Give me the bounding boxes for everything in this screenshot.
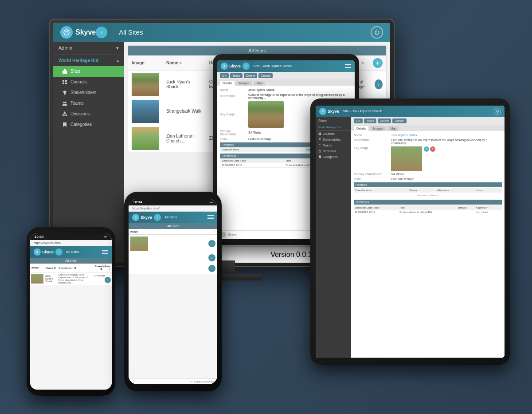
tablet-delete-btn[interactable]: Delete: [244, 73, 257, 78]
row-image-3: [128, 125, 163, 152]
tr-form-name: Name Jack Ryan's Shack: [354, 134, 502, 137]
tablet-right-power[interactable]: ⏻: [494, 108, 501, 115]
tr-sidebar-councils[interactable]: Councils: [316, 131, 351, 137]
col-name[interactable]: Name ⇅: [163, 55, 206, 71]
phone-center: 10:34 ▪▪▪ https://mysites.com/ S Skyve ›…: [124, 192, 222, 391]
sidebar-item-teams[interactable]: Teams: [53, 98, 124, 109]
sidebar-item-decisions[interactable]: Decisions: [53, 109, 124, 119]
app-logo: Skyve: [60, 26, 96, 39]
phone-center-header: S Skyve › All Sites: [129, 212, 217, 223]
tr-dcol-details: Details: [457, 205, 475, 210]
phone-center-logo-icon: S: [132, 214, 139, 221]
tablet-ok-btn[interactable]: OK: [220, 73, 229, 78]
row-image-1: [128, 71, 163, 98]
form-row-name: Name Jack Ryan's Shack: [220, 88, 352, 91]
tr-decisions-header: Decisions: [354, 200, 502, 205]
tr-decisions-label: Decisions: [323, 150, 336, 153]
tr-key-image-label: Key Image: [354, 146, 389, 150]
phone-center-url[interactable]: https://mysites.com/: [129, 205, 217, 212]
name-field-label: Name: [220, 88, 246, 91]
tr-form-stakeholder: Primary Stakeholder SA Water: [354, 173, 502, 176]
phone-left-fwd-btn[interactable]: ›: [55, 248, 63, 256]
tr-sidebar-section: World Heritage Bid: [316, 124, 351, 131]
tablet-right-logo-icon: S: [319, 108, 326, 115]
svg-point-9: [63, 102, 65, 103]
pc-row-2: ›: [129, 252, 217, 263]
phone-left-title: All Sites: [66, 250, 79, 254]
col-image: Image: [128, 55, 163, 71]
add-row-button[interactable]: +: [373, 58, 383, 68]
tr-name-label: Name: [354, 134, 389, 137]
tr-tab-map[interactable]: Map: [387, 126, 399, 131]
phone-col-name: Name ⇅: [44, 264, 57, 272]
warning-icon: [62, 111, 67, 117]
tablet-right-form: Name Jack Ryan's Shack Description Cultu…: [351, 131, 505, 217]
sidebar-item-categories[interactable]: Categories: [53, 119, 124, 130]
phone-center-frame: 10:34 ▪▪▪ https://mysites.com/ S Skyve ›…: [124, 192, 222, 391]
svg-marker-20: [319, 150, 321, 152]
tr-records-header: Records: [354, 182, 502, 187]
phone-left-hamburger[interactable]: [102, 250, 108, 254]
tr-sidebar-teams[interactable]: Teams: [316, 142, 351, 148]
tr-key-image-btns: + ×: [424, 146, 435, 152]
tab-map[interactable]: Map: [254, 81, 265, 86]
phone-left-screen: 10:34 ▪▪▪ https://mysites.com/ S Skyve ›…: [30, 233, 112, 390]
tr-tasks-btn[interactable]: Tasks: [364, 118, 376, 123]
sidebar-section-world-heritage[interactable]: World Heritage Bid ▴: [53, 55, 124, 66]
pc-nav-1[interactable]: ›: [208, 240, 215, 247]
tablet-cancel-btn[interactable]: Cancel: [258, 73, 273, 78]
site-image-painting: [132, 127, 159, 150]
building-icon: [62, 69, 67, 74]
tab-images[interactable]: Images: [236, 81, 252, 86]
phone-nav-btn[interactable]: ›: [105, 277, 111, 283]
row-name-1: Jack Ryan's Shack: [163, 71, 206, 98]
tr-cancel-btn[interactable]: Cancel: [392, 118, 407, 123]
phone-col-stakeholder: Stakeholder ⇅ +: [93, 264, 112, 272]
tr-form-team: Team Cultural Heritage: [354, 177, 502, 181]
tr-ok-btn[interactable]: OK: [354, 118, 363, 123]
tab-details[interactable]: Details: [220, 81, 235, 86]
tr-col-classification: Classification: [354, 188, 408, 193]
tablet-tasks-btn[interactable]: Tasks: [230, 73, 243, 78]
key-image-thumbnail: [248, 101, 284, 128]
tr-sidebar-decisions[interactable]: Decisions: [316, 148, 351, 154]
power-button[interactable]: ⏻: [371, 26, 383, 39]
tr-tab-images[interactable]: Images: [370, 126, 386, 131]
tr-sidebar-admin: Admin: [316, 117, 351, 124]
sidebar-item-stakeholders[interactable]: Stakeholders: [53, 87, 124, 98]
header-title: All Sites: [119, 28, 143, 36]
svg-rect-3: [63, 80, 64, 82]
tr-sidebar-stakeholders[interactable]: Stakeholders: [316, 137, 351, 142]
tr-name-value: Jack Ryan's Shack: [391, 134, 417, 137]
pc-table-row-1: ›: [129, 234, 217, 252]
tablet-hamburger[interactable]: [345, 64, 351, 68]
phone-center-fwd-btn[interactable]: ›: [154, 214, 161, 221]
stakeholder-label: Primary Stakeholder: [220, 130, 246, 136]
pc-img-1: [130, 237, 148, 251]
name-field-value: Jack Ryan's Shack: [248, 88, 352, 91]
sidebar-item-councils[interactable]: Councils: [53, 77, 124, 87]
svg-marker-18: [319, 138, 321, 140]
back-button[interactable]: ‹: [96, 27, 107, 38]
tr-sidebar-categories[interactable]: Categories: [316, 154, 351, 160]
svg-point-19: [319, 144, 320, 145]
sidebar-item-sites[interactable]: Sites: [53, 66, 124, 77]
tr-stakeholders-label: Stakeholders: [323, 138, 341, 141]
pc-nav-2[interactable]: ›: [208, 254, 215, 261]
pc-nav-3[interactable]: ›: [208, 265, 215, 272]
tablet-back-btn[interactable]: ›: [243, 63, 250, 70]
tr-image-del-btn[interactable]: ×: [430, 146, 435, 152]
phone-center-footer: All Rights Reserved: [129, 379, 217, 384]
phone-left-url[interactable]: https://mysites.com/: [30, 240, 112, 246]
tr-image-add-btn[interactable]: +: [424, 146, 429, 152]
tr-tab-details[interactable]: Details: [354, 126, 368, 131]
phone-center-hamburger[interactable]: [207, 215, 214, 219]
tr-decision-approver: aho rafael: [475, 210, 502, 214]
col-decision-time: Decision Date Time: [220, 158, 284, 163]
grid-icon: [62, 79, 67, 85]
pc-col-image: Image +: [129, 229, 217, 235]
row-nav-button-1[interactable]: ›: [375, 79, 383, 89]
sidebar-admin-item[interactable]: Admin ▾: [53, 42, 124, 55]
tr-delete-btn[interactable]: Delete: [378, 118, 391, 123]
tablet-right-body: Admin World Heritage Bid Councils Stakeh…: [316, 117, 505, 358]
